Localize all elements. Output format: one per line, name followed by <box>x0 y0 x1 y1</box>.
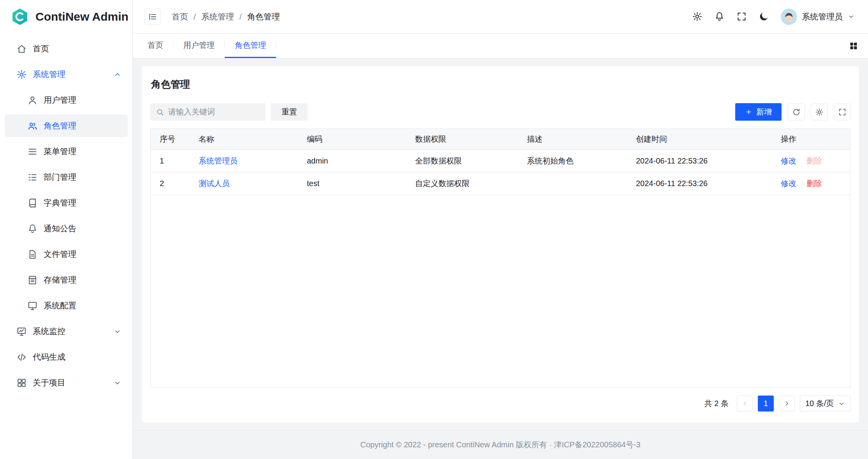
toolbar: 重置 新增 <box>150 103 850 121</box>
main-column: 首页 / 系统管理 / 角色管理 <box>133 0 868 459</box>
file-icon <box>27 249 38 260</box>
tree-icon <box>27 172 38 183</box>
table-fullscreen-button[interactable] <box>834 104 850 120</box>
cell-data-scope: 全部数据权限 <box>406 149 518 172</box>
column-header: 序号 <box>151 129 190 149</box>
sidebar: ContiNew Admin 首页系统管理用户管理角色管理菜单管理部门管理字典管… <box>0 0 133 459</box>
collapse-sidebar-button[interactable] <box>144 9 161 25</box>
tab-home[interactable]: 首页 <box>137 33 173 58</box>
sidebar-item-file-management[interactable]: 文件管理 <box>5 243 128 266</box>
tab-role-management[interactable]: 角色管理 <box>225 33 276 58</box>
sidebar-item-home[interactable]: 首页 <box>5 37 128 60</box>
book-icon <box>27 198 38 208</box>
cell-data-scope: 自定义数据权限 <box>406 172 518 195</box>
breadcrumb: 首页 / 系统管理 / 角色管理 <box>172 11 280 22</box>
column-header: 描述 <box>518 129 627 149</box>
refresh-button[interactable] <box>788 104 805 120</box>
cell-operations: 修改删除 <box>772 172 850 195</box>
role-name-link[interactable]: 测试人员 <box>199 179 230 188</box>
cell-created-at: 2024-06-11 22:53:26 <box>627 172 772 195</box>
cell-description <box>518 172 627 195</box>
breadcrumb-separator: / <box>194 12 196 21</box>
pagination-prev-button[interactable] <box>737 396 753 412</box>
column-header: 创建时间 <box>627 129 772 149</box>
sidebar-item-label: 关于项目 <box>33 377 107 388</box>
sidebar-item-code-generation[interactable]: 代码生成 <box>5 346 128 368</box>
pagination: 共 2 条 1 10 条/页 <box>150 396 850 412</box>
breadcrumb-item-system[interactable]: 系统管理 <box>201 11 234 22</box>
role-management-card: 角色管理 重置 新增 <box>142 66 859 422</box>
cell-operations: 修改删除 <box>772 149 850 172</box>
add-button-label: 新增 <box>756 107 772 117</box>
tab-label: 角色管理 <box>235 40 266 51</box>
copyright-text: Copyright © 2022 - present ContiNew Admi… <box>360 440 641 450</box>
sidebar-item-label: 系统管理 <box>33 69 107 80</box>
avatar <box>781 9 797 25</box>
sidebar-item-label: 系统监控 <box>33 326 107 337</box>
notification-bell-icon[interactable] <box>714 11 725 22</box>
sidebar-item-about[interactable]: 关于项目 <box>5 371 128 394</box>
column-settings-button[interactable] <box>811 104 828 120</box>
column-header: 名称 <box>190 129 298 149</box>
pagination-next-button[interactable] <box>779 396 795 412</box>
cell-name: 测试人员 <box>190 172 298 195</box>
fullscreen-icon[interactable] <box>736 11 747 22</box>
role-name-link[interactable]: 系统管理员 <box>199 157 238 165</box>
app-logo[interactable]: ContiNew Admin <box>0 0 132 33</box>
tab-user-management[interactable]: 用户管理 <box>173 33 225 58</box>
page-title: 角色管理 <box>151 78 850 91</box>
pagination-page-1[interactable]: 1 <box>758 396 774 412</box>
collapse-menu-icon <box>148 12 157 21</box>
monitor-icon <box>16 326 27 337</box>
search-box <box>150 103 266 121</box>
sidebar-item-storage-management[interactable]: 存储管理 <box>5 269 128 291</box>
delete-action[interactable]: 删除 <box>806 157 822 165</box>
sidebar-item-label: 字典管理 <box>44 197 121 208</box>
sidebar-item-notice[interactable]: 通知公告 <box>5 217 128 240</box>
footer: Copyright © 2022 - present ContiNew Admi… <box>133 430 868 459</box>
plus-icon <box>745 108 752 116</box>
sidebar-item-dict-management[interactable]: 字典管理 <box>5 192 128 214</box>
edit-action[interactable]: 修改 <box>781 157 796 165</box>
code-icon <box>16 352 27 362</box>
add-button[interactable]: 新增 <box>735 103 782 121</box>
reset-button[interactable]: 重置 <box>271 103 308 121</box>
sidebar-item-system-config[interactable]: 系统配置 <box>5 294 128 317</box>
sidebar-item-role-management[interactable]: 角色管理 <box>5 114 128 137</box>
page-size-value: 10 条/页 <box>805 398 834 409</box>
search-input[interactable] <box>168 107 263 116</box>
column-header: 编码 <box>298 129 406 149</box>
fullscreen-icon <box>838 108 847 116</box>
bell-icon <box>27 223 38 234</box>
breadcrumb-item-current: 角色管理 <box>247 11 280 22</box>
delete-action[interactable]: 删除 <box>806 179 822 188</box>
settings-icon <box>16 69 27 80</box>
chevron-down-icon <box>113 379 121 387</box>
tabs: 首页用户管理角色管理 <box>137 33 276 58</box>
sidebar-item-dept-management[interactable]: 部门管理 <box>5 166 128 188</box>
sidebar-item-system-management[interactable]: 系统管理 <box>5 63 128 86</box>
tabbar-actions <box>849 33 859 58</box>
chevron-down-icon <box>113 327 121 336</box>
storage-icon <box>27 275 38 285</box>
sidebar-item-label: 首页 <box>33 43 121 54</box>
dark-mode-moon-icon[interactable] <box>759 11 769 22</box>
list-icon <box>27 146 38 157</box>
table-row: 2测试人员test自定义数据权限2024-06-11 22:53:26修改删除 <box>151 172 850 195</box>
edit-action[interactable]: 修改 <box>781 179 796 188</box>
sidebar-item-system-monitor[interactable]: 系统监控 <box>5 320 128 343</box>
sidebar-item-menu-management[interactable]: 菜单管理 <box>5 140 128 163</box>
page-size-select[interactable]: 10 条/页 <box>800 396 850 412</box>
sidebar-item-label: 通知公告 <box>44 223 121 234</box>
sidebar-item-user-management[interactable]: 用户管理 <box>5 89 128 111</box>
apps-grid-icon[interactable] <box>849 41 859 51</box>
user-menu[interactable]: 系统管理员 <box>781 9 855 25</box>
breadcrumb-item-home[interactable]: 首页 <box>172 11 188 22</box>
user-icon <box>27 95 38 106</box>
topbar: 首页 / 系统管理 / 角色管理 <box>133 0 868 33</box>
tab-label: 用户管理 <box>183 40 215 51</box>
chevron-up-icon <box>113 70 121 79</box>
toolbar-actions: 新增 <box>735 103 850 121</box>
sidebar-item-label: 系统配置 <box>44 300 121 311</box>
settings-icon[interactable] <box>692 11 702 22</box>
